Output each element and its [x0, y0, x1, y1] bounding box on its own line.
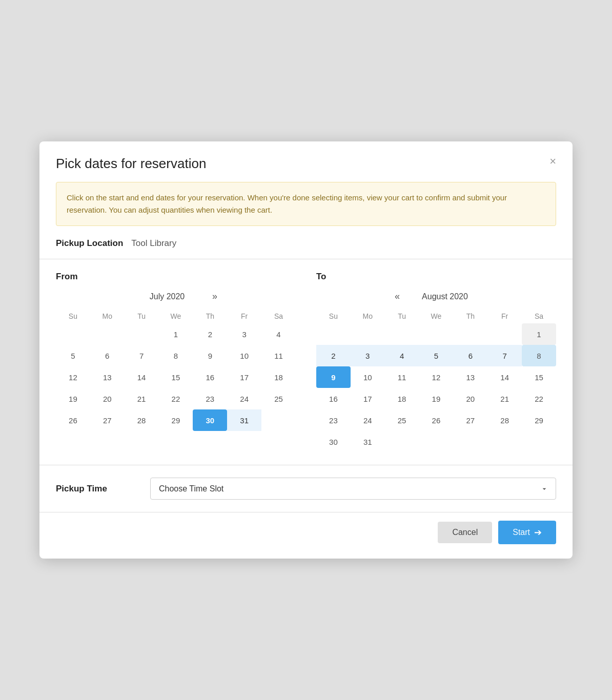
table-row[interactable]: 19 — [419, 388, 454, 409]
day-header-th: Th — [453, 309, 487, 323]
start-button[interactable]: Start ➔ — [498, 521, 556, 544]
table-row — [419, 323, 454, 345]
table-row[interactable]: 2 — [193, 323, 227, 345]
table-row[interactable]: 5 — [56, 345, 90, 366]
table-row[interactable]: 16 — [193, 366, 227, 388]
table-row — [453, 431, 487, 452]
table-row[interactable]: 21 — [125, 388, 159, 409]
from-calendar-grid: Su Mo Tu We Th Fr Sa 1 2 — [56, 309, 296, 431]
table-row[interactable]: 18 — [261, 366, 296, 388]
pickup-location-value: Tool Library — [131, 238, 176, 249]
from-cal-nav: July 2020 » — [56, 290, 296, 303]
table-row[interactable]: 26 — [419, 409, 454, 431]
cancel-button[interactable]: Cancel — [438, 522, 492, 543]
table-row-selected-9[interactable]: 9 — [316, 366, 351, 388]
table-row[interactable]: 20 — [90, 388, 125, 409]
table-row[interactable]: 19 — [56, 388, 90, 409]
table-row[interactable]: 20 — [453, 388, 487, 409]
divider-top — [39, 259, 573, 259]
table-row[interactable]: 15 — [159, 366, 193, 388]
table-row[interactable]: 27 — [90, 409, 125, 431]
modal-title: Pick dates for reservation — [56, 156, 206, 172]
day-header-sa: Sa — [261, 309, 296, 323]
to-calendar-grid: Su Mo Tu We Th Fr Sa — [316, 309, 556, 452]
table-row[interactable]: 29 — [522, 409, 556, 431]
table-row[interactable]: 29 — [159, 409, 193, 431]
table-row[interactable]: 30 — [316, 431, 351, 452]
table-row-selected-30[interactable]: 30 — [193, 409, 227, 431]
to-prev-btn[interactable]: « — [392, 290, 403, 303]
table-row — [261, 409, 296, 431]
table-row[interactable]: 6 — [453, 345, 487, 366]
table-row[interactable]: 24 — [351, 409, 385, 431]
table-row[interactable]: 12 — [419, 366, 454, 388]
table-row[interactable]: 18 — [385, 388, 419, 409]
table-row[interactable]: 17 — [351, 388, 385, 409]
table-row — [351, 323, 385, 345]
table-row[interactable]: 25 — [385, 409, 419, 431]
modal-header: Pick dates for reservation × — [39, 141, 573, 182]
day-header-fr: Fr — [227, 309, 261, 323]
table-row[interactable]: 31 — [227, 409, 261, 431]
table-row[interactable]: 28 — [487, 409, 522, 431]
table-row[interactable]: 24 — [227, 388, 261, 409]
table-row[interactable]: 22 — [522, 388, 556, 409]
info-box: Click on the start and end dates for you… — [56, 182, 556, 226]
to-label: To — [316, 272, 556, 282]
table-row[interactable]: 3 — [227, 323, 261, 345]
day-header-fr: Fr — [487, 309, 522, 323]
table-row[interactable]: 10 — [227, 345, 261, 366]
table-row[interactable]: 8 — [522, 345, 556, 366]
table-row[interactable]: 13 — [90, 366, 125, 388]
pickup-location-row: Pickup Location Tool Library — [39, 238, 573, 259]
table-row[interactable]: 26 — [56, 409, 90, 431]
pickup-location-label: Pickup Location — [56, 238, 123, 249]
close-button[interactable]: × — [549, 156, 556, 167]
table-row[interactable]: 2 — [316, 345, 351, 366]
table-row — [385, 323, 419, 345]
table-row[interactable]: 8 — [159, 345, 193, 366]
table-row[interactable]: 25 — [261, 388, 296, 409]
day-header-we: We — [419, 309, 454, 323]
table-row[interactable]: 14 — [125, 366, 159, 388]
table-row[interactable]: 1 — [522, 323, 556, 345]
table-row[interactable]: 11 — [385, 366, 419, 388]
table-row — [385, 431, 419, 452]
table-row[interactable]: 22 — [159, 388, 193, 409]
table-row[interactable]: 28 — [125, 409, 159, 431]
table-row[interactable]: 5 — [419, 345, 454, 366]
to-month-year: August 2020 — [409, 292, 481, 301]
from-next-btn[interactable]: » — [209, 290, 220, 303]
table-row[interactable]: 21 — [487, 388, 522, 409]
table-row — [316, 323, 351, 345]
day-header-we: We — [159, 309, 193, 323]
table-row[interactable]: 16 — [316, 388, 351, 409]
table-row[interactable]: 3 — [351, 345, 385, 366]
pickup-time-label: Pickup Time — [56, 484, 138, 494]
table-row[interactable]: 7 — [487, 345, 522, 366]
table-row — [56, 323, 90, 345]
table-row[interactable]: 10 — [351, 366, 385, 388]
table-row[interactable]: 13 — [453, 366, 487, 388]
table-row[interactable]: 14 — [487, 366, 522, 388]
info-text: Click on the start and end dates for you… — [67, 193, 507, 214]
table-row[interactable]: 23 — [193, 388, 227, 409]
day-header-tu: Tu — [385, 309, 419, 323]
table-row[interactable]: 9 — [193, 345, 227, 366]
table-row[interactable]: 31 — [351, 431, 385, 452]
table-row[interactable]: 6 — [90, 345, 125, 366]
table-row[interactable]: 27 — [453, 409, 487, 431]
table-row — [487, 323, 522, 345]
table-row[interactable]: 12 — [56, 366, 90, 388]
time-slot-select[interactable]: Choose Time Slot Morning Afternoon Eveni… — [150, 478, 556, 500]
table-row[interactable]: 7 — [125, 345, 159, 366]
table-row[interactable]: 23 — [316, 409, 351, 431]
table-row[interactable]: 11 — [261, 345, 296, 366]
table-row[interactable]: 4 — [261, 323, 296, 345]
table-row — [419, 431, 454, 452]
table-row[interactable]: 1 — [159, 323, 193, 345]
day-header-mo: Mo — [90, 309, 125, 323]
table-row[interactable]: 15 — [522, 366, 556, 388]
table-row[interactable]: 4 — [385, 345, 419, 366]
table-row[interactable]: 17 — [227, 366, 261, 388]
